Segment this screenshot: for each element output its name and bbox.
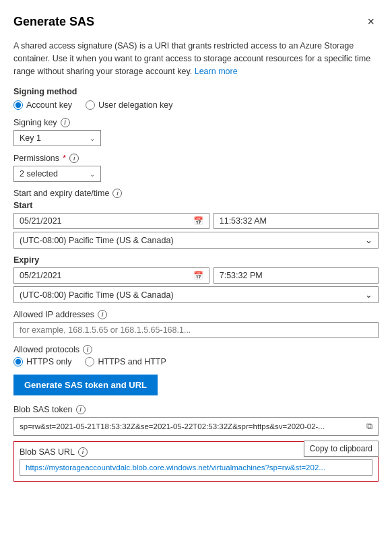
blob-sas-url-section: Copy to clipboard Blob SAS URL i https:/… [13, 441, 379, 482]
signing-key-label: Signing key i [13, 118, 379, 127]
allowed-protocols-radio-group: HTTPS only HTTPS and HTTP [13, 357, 379, 366]
start-timezone-select[interactable]: (UTC-08:00) Pacific Time (US & Canada) ⌄ [13, 232, 379, 249]
permissions-label: Permissions * i [13, 153, 379, 163]
start-sub-label: Start [13, 201, 379, 210]
expiry-sub-label: Expiry [13, 255, 379, 265]
expiry-time-input[interactable]: 7:53:32 PM [214, 267, 379, 284]
learn-more-link[interactable]: Learn more [195, 67, 238, 76]
allowed-ip-group: Allowed IP addresses i [13, 310, 379, 338]
https-only-option[interactable]: HTTPS only [13, 357, 71, 366]
blob-sas-token-info-icon[interactable]: i [76, 405, 86, 414]
allowed-protocols-group: Allowed protocols i HTTPS only HTTPS and… [13, 345, 379, 366]
expiry-timezone-chevron-icon: ⌄ [365, 290, 372, 300]
signing-key-group: Signing key i Key 1 ⌄ [13, 118, 379, 146]
https-http-radio[interactable] [85, 357, 94, 366]
start-date-time-row: 05/21/2021 📅 11:53:32 AM [13, 213, 379, 229]
start-date-input[interactable]: 05/21/2021 📅 [13, 213, 209, 229]
https-http-option[interactable]: HTTPS and HTTP [85, 357, 166, 366]
blob-sas-url-text: https://mystorageaccountvdalc.blob.core.… [26, 463, 325, 472]
blob-sas-token-section: Blob SAS token i sp=rw&st=2021-05-21T18:… [13, 405, 379, 436]
expiry-date-time-row: 05/21/2021 📅 7:53:32 PM [13, 267, 379, 284]
https-only-radio[interactable] [13, 357, 23, 366]
https-http-label: HTTPS and HTTP [98, 357, 166, 366]
blob-sas-url-value: https://mystorageaccountvdalc.blob.core.… [20, 459, 372, 476]
permissions-chevron-icon: ⌄ [90, 170, 95, 178]
dialog-header: Generate SAS × [13, 13, 379, 30]
dialog-title: Generate SAS [13, 15, 94, 29]
start-calendar-icon[interactable]: 📅 [193, 216, 203, 226]
blob-sas-token-value: sp=rw&st=2021-05-21T18:53:32Z&se=2021-05… [13, 417, 379, 436]
permissions-select[interactable]: 2 selected ⌄ [13, 166, 101, 182]
blob-sas-url-info-icon[interactable]: i [78, 447, 88, 457]
description-text: A shared access signature (SAS) is a URI… [13, 40, 379, 77]
permissions-info-icon[interactable]: i [69, 154, 79, 163]
allowed-protocols-info-icon[interactable]: i [83, 345, 92, 354]
start-expiry-info-icon[interactable]: i [112, 189, 122, 198]
close-button[interactable]: × [363, 13, 379, 30]
start-timezone-chevron-icon: ⌄ [365, 235, 372, 245]
https-only-label: HTTPS only [26, 357, 71, 366]
signing-key-select[interactable]: Key 1 ⌄ [13, 130, 101, 146]
user-delegation-radio[interactable] [86, 100, 95, 110]
allowed-ip-label: Allowed IP addresses i [13, 310, 379, 319]
start-expiry-group: Start and expiry date/time i Start 05/21… [13, 189, 379, 303]
generate-sas-dialog: Generate SAS × A shared access signature… [0, 0, 392, 547]
user-delegation-label: User delegation key [98, 100, 172, 110]
allowed-ip-input[interactable] [13, 322, 379, 338]
allowed-ip-info-icon[interactable]: i [98, 310, 107, 319]
permissions-group: Permissions * i 2 selected ⌄ [13, 153, 379, 182]
expiry-date-input[interactable]: 05/21/2021 📅 [13, 267, 209, 284]
signing-method-group: Signing method Account key User delegati… [13, 87, 379, 110]
signing-key-info-icon[interactable]: i [61, 118, 70, 127]
blob-sas-token-label: Blob SAS token i [13, 405, 379, 414]
user-delegation-key-option[interactable]: User delegation key [86, 100, 172, 110]
expiry-calendar-icon[interactable]: 📅 [193, 271, 203, 280]
start-time-input[interactable]: 11:53:32 AM [214, 213, 379, 229]
start-expiry-label: Start and expiry date/time i [13, 189, 379, 198]
blob-sas-token-copy-icon[interactable]: ⧉ [366, 421, 372, 432]
account-key-radio[interactable] [13, 100, 23, 110]
signing-method-radio-group: Account key User delegation key [13, 100, 379, 110]
signing-key-chevron-icon: ⌄ [90, 135, 95, 142]
signing-method-label: Signing method [13, 87, 379, 96]
generate-sas-button[interactable]: Generate SAS token and URL [13, 375, 158, 395]
permissions-required: * [63, 153, 66, 163]
expiry-timezone-select[interactable]: (UTC-08:00) Pacific Time (US & Canada) ⌄ [13, 286, 379, 303]
account-key-label: Account key [26, 100, 72, 110]
account-key-option[interactable]: Account key [13, 100, 72, 110]
allowed-protocols-label: Allowed protocols i [13, 345, 379, 354]
blob-sas-token-text: sp=rw&st=2021-05-21T18:53:32Z&se=2021-05… [20, 422, 361, 430]
copy-to-clipboard-button[interactable]: Copy to clipboard [304, 441, 379, 457]
